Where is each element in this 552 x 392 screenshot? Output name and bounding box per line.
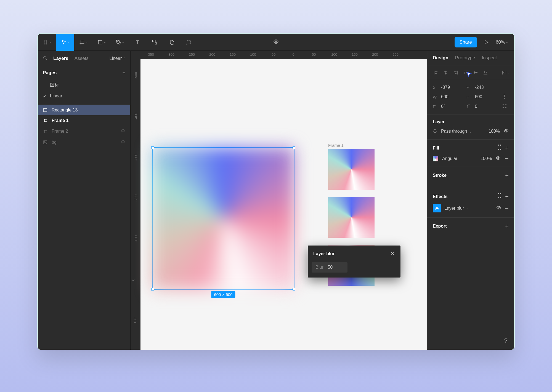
svg-rect-2	[155, 42, 157, 44]
dimension-label: 600 × 600	[211, 291, 235, 298]
page-item[interactable]: ✓ Linear	[38, 91, 130, 101]
svg-rect-0	[98, 40, 102, 44]
add-page-button[interactable]: +	[123, 70, 125, 76]
close-icon[interactable]: ✕	[390, 250, 395, 257]
tab-prototype[interactable]: Prototype	[455, 55, 475, 61]
align-right-icon[interactable]	[452, 69, 460, 76]
layers-tab[interactable]: Layers	[53, 56, 68, 61]
toolbar: ⌄ ⌄ ⌄ ⌄ ⌄	[38, 34, 514, 51]
right-panel: Design Prototype Inspect ⌄ X-379 Y-243 W…	[427, 51, 514, 350]
blur-input[interactable]: Blur 50	[312, 262, 347, 273]
align-hcenter-icon[interactable]	[442, 69, 450, 76]
main-menu[interactable]: ⌄	[38, 34, 56, 51]
help-icon[interactable]: ?	[504, 337, 508, 344]
svg-point-9	[436, 207, 438, 209]
fill-section: Fill + Angular 100% −	[427, 140, 514, 167]
blend-mode-select[interactable]: Pass through ⌄	[441, 129, 471, 134]
layer-section: Layer Pass through ⌄ 100%	[427, 114, 514, 140]
svg-point-3	[44, 56, 46, 59]
check-icon: ✓	[43, 94, 46, 99]
independent-corners-icon[interactable]	[502, 104, 507, 109]
comment-tool[interactable]	[180, 34, 197, 51]
page-item[interactable]: 图标	[38, 79, 130, 91]
canvas[interactable]: Frame 1 600 × 600 Layer blur	[140, 59, 427, 350]
w-input[interactable]: W600	[433, 94, 464, 99]
stroke-section: Stroke +	[427, 167, 514, 188]
frame-icon	[43, 118, 48, 123]
canvas-area[interactable]: -350 -300 -250 -200 -150 -100 -50 0 50 1…	[131, 51, 427, 350]
resize-handle[interactable]	[151, 288, 154, 290]
rotation-input[interactable]: 0°	[433, 104, 464, 109]
align-bottom-icon[interactable]	[481, 69, 490, 76]
fill-opacity-input[interactable]: 100%	[481, 156, 492, 161]
remove-fill-button[interactable]: −	[505, 157, 509, 160]
pagelist-select[interactable]: Linear⌃	[110, 56, 125, 61]
transform-section: X-379 Y-243 W600 H600 0° 0	[427, 80, 514, 114]
resize-handle[interactable]	[293, 288, 295, 290]
tab-design[interactable]: Design	[433, 55, 449, 61]
svg-rect-4	[44, 108, 47, 112]
x-input[interactable]: X-379	[433, 85, 464, 90]
svg-point-8	[498, 158, 499, 159]
opacity-input[interactable]: 100%	[489, 129, 500, 134]
layer-row[interactable]: bg	[38, 137, 130, 148]
radius-input[interactable]: 0	[467, 104, 498, 109]
add-stroke-button[interactable]: +	[505, 172, 509, 179]
visibility-icon[interactable]	[496, 156, 501, 162]
image-icon	[43, 140, 48, 145]
y-input[interactable]: Y-243	[467, 85, 498, 90]
visibility-icon[interactable]	[504, 128, 509, 134]
pen-tool[interactable]: ⌄	[111, 34, 129, 51]
hidden-icon[interactable]	[121, 129, 125, 134]
assets-tab[interactable]: Assets	[75, 56, 89, 61]
thumbnail[interactable]	[328, 149, 375, 190]
style-icon[interactable]	[498, 145, 501, 152]
add-export-button[interactable]: +	[505, 223, 509, 230]
align-left-icon[interactable]	[432, 69, 440, 76]
selected-object[interactable]: 600 × 600	[152, 147, 294, 290]
effect-type-select[interactable]: Layer blur⌄	[444, 206, 469, 211]
fill-type[interactable]: Angular	[442, 156, 457, 161]
align-vcenter-icon[interactable]	[471, 69, 480, 76]
layer-row[interactable]: Frame 2	[38, 126, 130, 137]
constrain-icon[interactable]	[503, 94, 506, 100]
zoom-select[interactable]: 60%⌄	[496, 39, 508, 45]
add-effect-button[interactable]: +	[505, 193, 509, 200]
tab-inspect[interactable]: Inspect	[482, 55, 497, 61]
svg-point-10	[498, 207, 500, 209]
effect-settings-icon[interactable]	[433, 204, 441, 212]
frame-tool[interactable]: ⌄	[74, 34, 92, 51]
hand-tool[interactable]	[163, 34, 180, 51]
present-button[interactable]	[481, 34, 492, 51]
rectangle-icon	[43, 108, 48, 113]
style-icon[interactable]	[498, 193, 501, 200]
hidden-icon[interactable]	[121, 140, 125, 145]
add-fill-button[interactable]: +	[505, 145, 509, 152]
frame-label[interactable]: Frame 1	[328, 143, 344, 148]
ruler-horizontal: -350 -300 -250 -200 -150 -100 -50 0 50 1…	[140, 51, 427, 59]
h-input[interactable]: H600	[467, 94, 498, 99]
remove-effect-button[interactable]: −	[505, 207, 509, 210]
shape-tool[interactable]: ⌄	[92, 34, 111, 51]
blend-icon[interactable]	[433, 129, 437, 134]
visibility-icon[interactable]	[496, 205, 501, 211]
resources-tool[interactable]	[146, 34, 163, 51]
layer-row[interactable]: Rectangle 13	[38, 105, 130, 115]
layer-blur-popup: Layer blur ✕ Blur 50	[308, 246, 400, 278]
effects-section: Effects + Layer blur⌄ −	[427, 188, 514, 218]
resize-handle[interactable]	[151, 146, 154, 149]
share-button[interactable]: Share	[455, 37, 477, 47]
thumbnail[interactable]	[328, 197, 375, 238]
resize-handle[interactable]	[293, 146, 295, 149]
file-icon[interactable]	[273, 39, 279, 46]
pages-header: Pages	[43, 70, 57, 76]
cursor-icon	[466, 71, 473, 78]
popup-title: Layer blur	[313, 251, 335, 256]
distribute-icon[interactable]: ⌄	[501, 69, 510, 76]
search-icon[interactable]	[43, 56, 47, 62]
svg-point-7	[506, 130, 507, 132]
layer-row[interactable]: Frame 1	[38, 115, 130, 126]
move-tool[interactable]: ⌄	[56, 34, 74, 51]
text-tool[interactable]	[129, 34, 146, 51]
fill-swatch[interactable]	[433, 156, 438, 161]
